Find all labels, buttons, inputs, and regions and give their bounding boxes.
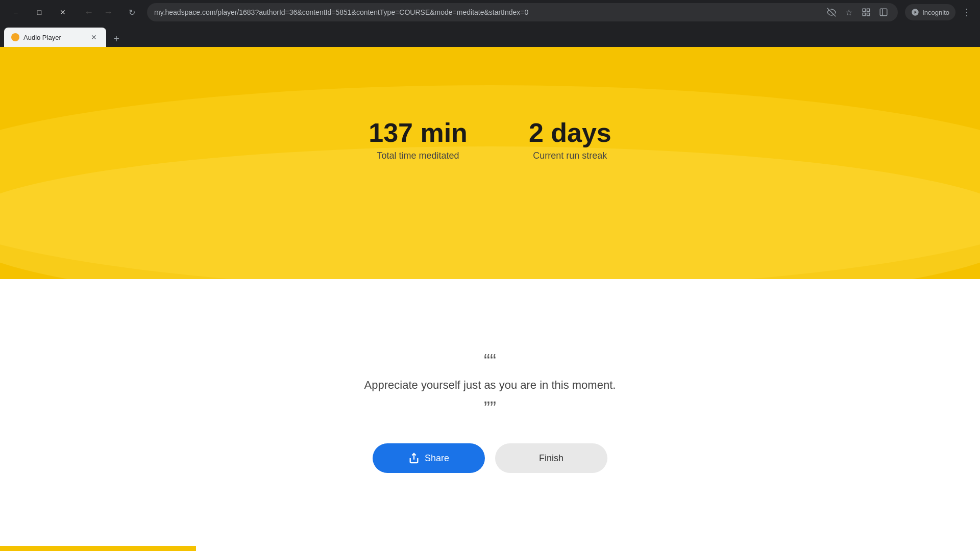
restore-button[interactable]: □ <box>28 4 51 20</box>
incognito-indicator[interactable]: Incognito <box>905 4 955 20</box>
svg-rect-3 <box>863 13 865 16</box>
body-section: ““ Appreciate yourself just as you are i… <box>0 279 980 546</box>
svg-rect-4 <box>867 13 870 16</box>
forward-button[interactable]: → <box>99 4 117 20</box>
tab-favicon <box>11 33 19 41</box>
streak-stat: 2 days Current run streak <box>529 118 611 161</box>
quote-container: ““ Appreciate yourself just as you are i… <box>364 352 616 418</box>
hero-stats: 137 min Total time meditated 2 days Curr… <box>369 118 611 161</box>
total-time-stat: 137 min Total time meditated <box>369 118 468 161</box>
sidebar-icon[interactable] <box>876 5 891 19</box>
star-icon[interactable]: ☆ <box>842 5 856 19</box>
action-buttons: Share Finish <box>373 443 607 473</box>
share-icon <box>408 453 420 464</box>
total-time-label: Total time meditated <box>369 151 468 161</box>
address-text: my.headspace.com/player/1683?authorId=36… <box>154 8 820 16</box>
share-button[interactable]: Share <box>373 443 485 473</box>
active-tab[interactable]: Audio Player ✕ <box>4 28 106 47</box>
extension-icon[interactable] <box>859 5 873 19</box>
tab-title: Audio Player <box>23 34 85 41</box>
svg-rect-5 <box>880 9 887 16</box>
browser-right-controls: Incognito ⋮ <box>905 3 976 21</box>
hero-section: 137 min Total time meditated 2 days Curr… <box>0 47 980 279</box>
total-time-value: 137 min <box>369 118 468 147</box>
svg-rect-1 <box>863 9 865 11</box>
back-button[interactable]: ← <box>80 4 98 20</box>
more-menu-button[interactable]: ⋮ <box>958 3 976 21</box>
share-label: Share <box>425 453 449 464</box>
refresh-button[interactable]: ↻ <box>122 4 141 20</box>
minimize-button[interactable]: – <box>4 4 28 20</box>
eye-off-icon[interactable] <box>824 5 839 19</box>
hero-curve-lighter <box>0 146 980 279</box>
close-quote-mark: ”” <box>364 399 616 418</box>
tabs-bar: Audio Player ✕ + <box>0 23 980 47</box>
finish-button[interactable]: Finish <box>495 443 607 473</box>
streak-label: Current run streak <box>529 151 611 161</box>
address-icons: ☆ <box>824 5 891 19</box>
open-quote-mark: ““ <box>364 352 616 370</box>
svg-rect-2 <box>867 9 870 11</box>
incognito-label: Incognito <box>922 9 949 16</box>
address-bar[interactable]: my.headspace.com/player/1683?authorId=36… <box>147 3 898 21</box>
finish-label: Finish <box>539 453 564 463</box>
new-tab-button[interactable]: + <box>108 31 125 47</box>
bottom-bar <box>0 546 980 551</box>
window-controls: – □ ✕ <box>4 4 75 20</box>
close-button[interactable]: ✕ <box>51 4 75 20</box>
browser-chrome: – □ ✕ ← → ↻ my.headspace.com/player/1683… <box>0 0 980 47</box>
streak-value: 2 days <box>529 118 611 147</box>
quote-text: Appreciate yourself just as you are in t… <box>364 377 616 393</box>
nav-buttons: ← → <box>80 4 117 20</box>
page-content: 137 min Total time meditated 2 days Curr… <box>0 47 980 551</box>
tab-close-button[interactable]: ✕ <box>89 32 99 42</box>
